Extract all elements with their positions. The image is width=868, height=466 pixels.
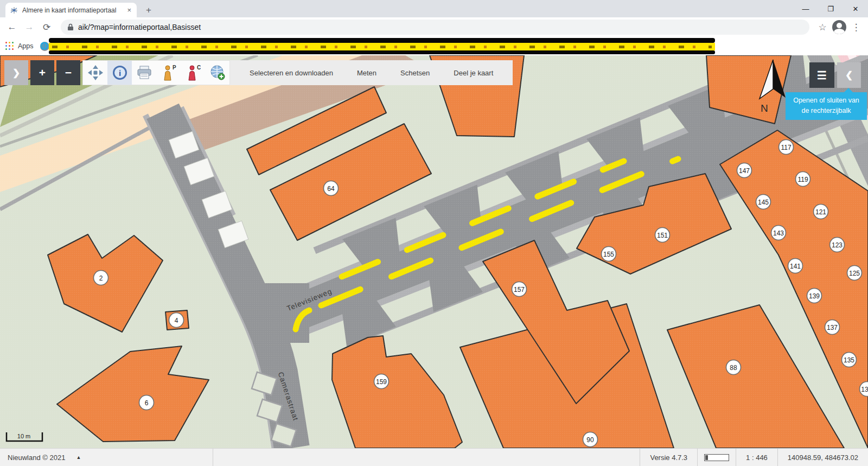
sketch-button[interactable]: Schetsen — [388, 69, 442, 77]
scale-ratio-cell: 1 : 446 — [736, 449, 777, 466]
browser-titlebar: Almere in kaart informatieportaal × + — … — [0, 0, 868, 17]
globe-add-icon[interactable] — [205, 61, 229, 85]
person-c-icon[interactable]: C — [181, 61, 205, 85]
building-number: 2 — [94, 271, 108, 285]
building-number: 135 — [842, 353, 857, 367]
pan-icon[interactable] — [83, 61, 107, 85]
window-restore-button[interactable]: ❐ — [818, 0, 843, 17]
building-number: 147 — [737, 163, 752, 178]
progress-cell — [697, 449, 736, 466]
info-icon[interactable]: i — [107, 61, 132, 85]
svg-text:2: 2 — [99, 275, 103, 282]
building-number: 6 — [139, 395, 154, 410]
expand-toolbar-button[interactable]: ❯ — [4, 60, 28, 85]
basemap-svg: Televisieweg Camerastraat 64 2 4 6 159 1… — [0, 55, 868, 448]
redacted-bookmarks — [49, 38, 715, 54]
tab-title: Almere in kaart informatieportaal — [22, 7, 122, 14]
reload-icon[interactable]: ⟳ — [39, 20, 54, 35]
map-canvas[interactable]: Televisieweg Camerastraat 64 2 4 6 159 1… — [0, 55, 868, 448]
stipple-overlay — [0, 55, 868, 448]
print-icon[interactable] — [132, 61, 156, 85]
version-cell: Versie 4.7.3 — [640, 449, 697, 466]
forward-icon[interactable]: → — [22, 20, 37, 35]
browser-tab[interactable]: Almere in kaart informatieportaal × — [5, 3, 137, 17]
redaction-bar-top — [49, 38, 715, 43]
scale-ratio-text: 1 : 446 — [746, 454, 768, 462]
menu-dots-icon[interactable]: ⋮ — [848, 20, 864, 35]
share-map-button[interactable]: Deel je kaart — [442, 69, 505, 77]
building-number: 155 — [602, 247, 616, 261]
measure-button[interactable]: Meten — [345, 69, 388, 77]
bookmark-star-icon[interactable]: ☆ — [815, 20, 830, 35]
map-toolbar: ❯ + − i — [4, 60, 513, 85]
back-icon[interactable]: ← — [4, 20, 20, 35]
site-favicon — [10, 6, 18, 15]
building-number: 121 — [814, 205, 828, 219]
svg-text:123: 123 — [832, 241, 843, 249]
svg-text:137: 137 — [827, 324, 838, 331]
svg-text:135: 135 — [844, 356, 854, 364]
building-number: 117 — [779, 140, 794, 155]
browser-navbar: ← → ⟳ aik/?map=informatieportaal,Basisse… — [0, 17, 868, 37]
svg-text:88: 88 — [730, 364, 737, 372]
zoom-in-button[interactable]: + — [30, 60, 54, 85]
coordinates-cell: 140948.59, 484673.02 — [777, 449, 868, 466]
bookmarks-bar: Apps — [0, 37, 868, 55]
svg-text:119: 119 — [797, 176, 808, 183]
bookmark-globe-icon[interactable] — [40, 42, 49, 51]
progress-indicator — [704, 454, 729, 461]
building-number: 137 — [825, 320, 840, 335]
north-label: N — [761, 103, 768, 114]
address-bar[interactable]: aik/?map=informatieportaal,Basisset — [61, 20, 809, 35]
svg-text:P: P — [173, 65, 176, 71]
svg-text:139: 139 — [809, 292, 820, 300]
svg-text:125: 125 — [849, 270, 860, 277]
new-tab-button[interactable]: + — [142, 4, 155, 17]
tab-close-icon[interactable]: × — [126, 6, 132, 14]
map-toolbar-text-buttons: Selecteren en downloaden Meten Schetsen … — [230, 60, 513, 85]
profile-avatar[interactable] — [832, 20, 846, 34]
svg-text:90: 90 — [586, 436, 594, 444]
svg-text:i: i — [118, 68, 120, 78]
sidebar-tooltip: Openen of sluiten van de rechterzijbalk — [786, 92, 867, 120]
building-number: 139 — [807, 289, 822, 303]
sidebar-collapse-button[interactable]: ❮ — [837, 62, 861, 88]
scale-label: 10 m — [17, 433, 30, 439]
select-download-button[interactable]: Selecteren en downloaden — [238, 69, 345, 77]
attribution-caret-icon[interactable]: ▲ — [76, 455, 81, 460]
svg-text:141: 141 — [790, 263, 801, 270]
svg-text:6: 6 — [145, 399, 149, 407]
url-text: aik/?map=informatieportaal,Basisset — [78, 23, 201, 31]
window-close-button[interactable]: ✕ — [843, 0, 868, 17]
zoom-out-button[interactable]: − — [56, 60, 80, 85]
svg-text:155: 155 — [603, 251, 614, 258]
building-number: 125 — [847, 266, 862, 280]
building-number: 143 — [771, 226, 786, 240]
building-number: 145 — [756, 195, 771, 209]
building-number: 64 — [324, 181, 339, 196]
window-minimize-button[interactable]: — — [793, 0, 818, 17]
svg-text:C: C — [197, 65, 201, 71]
person-p-icon[interactable]: P — [156, 61, 181, 85]
svg-text:151: 151 — [657, 232, 668, 239]
building-number: 151 — [655, 228, 670, 242]
redaction-highlight — [49, 43, 715, 50]
svg-text:147: 147 — [739, 167, 750, 175]
apps-label[interactable]: Apps — [18, 42, 34, 50]
building-number: 119 — [796, 172, 810, 187]
status-bar: Nieuwland © 2021 ▲ Versie 4.7.3 1 : 446 … — [0, 448, 868, 466]
svg-text:117: 117 — [781, 144, 791, 151]
svg-text:64: 64 — [327, 185, 335, 193]
svg-text:4: 4 — [175, 317, 178, 324]
building-number: 90 — [583, 432, 598, 447]
svg-text:157: 157 — [514, 286, 525, 293]
svg-text:13: 13 — [861, 386, 868, 393]
tooltip-line1: Openen of sluiten van — [793, 97, 859, 104]
apps-grid-icon[interactable] — [5, 42, 14, 50]
sidebar-menu-button[interactable]: ☰ — [809, 62, 834, 88]
attribution-text: Nieuwland © 2021 — [8, 454, 65, 462]
svg-text:159: 159 — [376, 378, 387, 386]
building-number: 157 — [512, 282, 527, 297]
tooltip-line2: de rechterzijbalk — [801, 107, 851, 114]
building-number: 4 — [169, 313, 184, 328]
